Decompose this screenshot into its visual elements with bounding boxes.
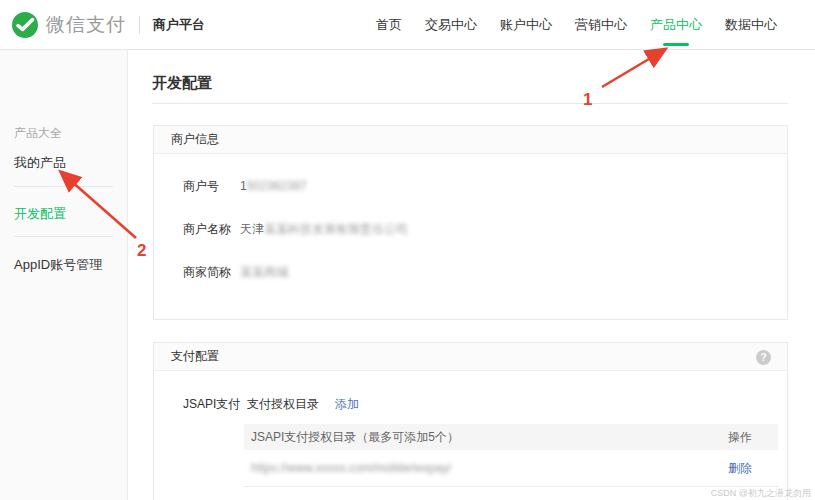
sidebar-item-appid-manage[interactable]: AppID账号管理 — [14, 256, 102, 274]
brand-name: 微信支付 — [46, 12, 126, 38]
brand-logo[interactable]: 微信支付 — [0, 12, 126, 38]
field-value: 天津某某科技发展有限责任公司 — [240, 221, 408, 238]
table-header-row: JSAPI支付授权目录（最多可添加5个） 操作 — [244, 424, 778, 450]
payment-card-title: 支付配置 — [171, 349, 219, 363]
payment-config-card: 支付配置 ? JSAPI支付 支付授权目录 添加 JSAPI支付授权目录（最多可… — [153, 342, 788, 500]
top-bar: 微信支付 商户平台 首页 交易中心 账户中心 营销中心 产品中心 数据中心 — [0, 0, 815, 50]
auth-dir-label: 支付授权目录 — [247, 396, 319, 413]
merchant-info-card: 商户信息 商户号 1502362387 商户名称 天津某某科技发展有限责任公司 … — [153, 125, 788, 320]
sidebar-divider — [14, 236, 113, 237]
wechat-pay-icon — [12, 12, 38, 38]
sidebar: 产品大全 我的产品 开发配置 AppID账号管理 — [0, 50, 128, 500]
field-merchant-name: 商户名称 天津某某科技发展有限责任公司 — [183, 221, 408, 238]
field-value: 1502362387 — [240, 179, 307, 193]
table-header-action: 操作 — [728, 429, 752, 446]
field-label: 商户号 — [183, 178, 240, 195]
nav-item-data[interactable]: 数据中心 — [725, 16, 777, 34]
header-divider — [139, 16, 140, 34]
redacted-value: 某某商城 — [240, 265, 288, 279]
auth-dir-table: JSAPI支付授权目录（最多可添加5个） 操作 https://www.xxxx… — [244, 424, 778, 487]
annotation-step-2: 2 — [137, 241, 146, 261]
title-rule — [152, 103, 788, 104]
delete-link[interactable]: 删除 — [728, 460, 752, 477]
table-header-directory: JSAPI支付授权目录（最多可添加5个） — [251, 429, 459, 446]
add-directory-link[interactable]: 添加 — [335, 396, 359, 413]
nav-item-home[interactable]: 首页 — [376, 16, 402, 34]
jsapi-config-row: JSAPI支付 支付授权目录 添加 — [183, 396, 359, 413]
field-merchant-id: 商户号 1502362387 — [183, 178, 307, 195]
help-icon[interactable]: ? — [756, 350, 771, 365]
portal-label: 商户平台 — [153, 16, 205, 34]
sidebar-item-dev-config[interactable]: 开发配置 — [14, 205, 66, 223]
field-label: 商户名称 — [183, 221, 240, 238]
main-content: 开发配置 商户信息 商户号 1502362387 商户名称 天津某某科技发展有限… — [128, 50, 815, 500]
annotation-step-1: 1 — [583, 90, 592, 110]
redacted-value: 某某科技发展有限责任公司 — [264, 222, 408, 236]
field-label: 商家简称 — [183, 264, 240, 281]
top-nav: 首页 交易中心 账户中心 营销中心 产品中心 数据中心 — [376, 16, 815, 34]
nav-item-marketing[interactable]: 营销中心 — [575, 16, 627, 34]
csdn-watermark: CSDN @初九之潜龙勿用 — [711, 487, 811, 500]
jsapi-label: JSAPI支付 — [183, 396, 247, 413]
page-title: 开发配置 — [152, 74, 212, 93]
merchant-card-title: 商户信息 — [154, 126, 787, 154]
payment-card-header: 支付配置 ? — [154, 343, 787, 371]
auth-dir-url: https://www.xxxxx.com/mobile/wxpay/ — [251, 461, 451, 475]
nav-item-trade[interactable]: 交易中心 — [425, 16, 477, 34]
sidebar-divider — [14, 186, 113, 187]
sidebar-item-my-products[interactable]: 我的产品 — [14, 154, 66, 172]
field-merchant-shortname: 商家简称 某某商城 — [183, 264, 288, 281]
redacted-value: 502362387 — [247, 179, 307, 193]
nav-item-product-center[interactable]: 产品中心 — [650, 16, 702, 34]
field-value: 某某商城 — [240, 264, 288, 281]
table-row: https://www.xxxxx.com/mobile/wxpay/ 删除 — [244, 450, 778, 487]
nav-item-account[interactable]: 账户中心 — [500, 16, 552, 34]
sidebar-section-title: 产品大全 — [14, 125, 62, 142]
